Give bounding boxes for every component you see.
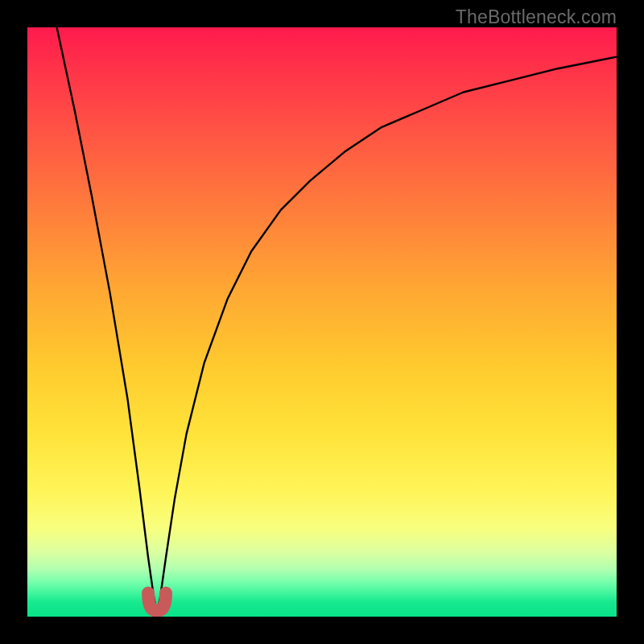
chart-frame: TheBottleneck.com (0, 0, 644, 644)
sweet-spot-marker (148, 593, 166, 611)
attribution-text: TheBottleneck.com (456, 6, 617, 28)
curve-path (57, 27, 617, 611)
plot-area (27, 27, 617, 617)
bottleneck-curve (27, 27, 617, 617)
